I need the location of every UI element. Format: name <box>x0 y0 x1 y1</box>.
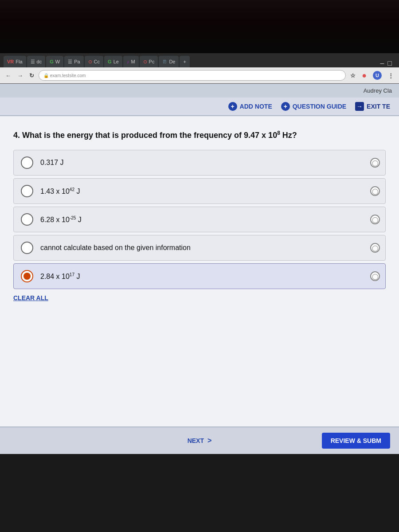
profile-btn[interactable]: U <box>371 70 383 81</box>
tab-m-icon: ♪ <box>127 59 129 64</box>
eliminate-icon-c: ◯ <box>372 216 379 223</box>
tab-pc[interactable]: ⊙ Pc <box>140 56 158 67</box>
tab-dc[interactable]: ☰ dc <box>27 56 46 67</box>
tab-pa[interactable]: ☰ Pa <box>64 56 83 67</box>
tab-pc-label: Pc <box>149 59 155 64</box>
eliminate-btn-d[interactable]: ◯ <box>370 243 380 253</box>
next-label: NEXT <box>188 437 204 444</box>
answer-option-d[interactable]: cannot calculate based on the given info… <box>13 235 386 261</box>
review-submit-button[interactable]: REVIEW & SUBM <box>322 433 390 449</box>
tab-add[interactable]: + <box>180 56 189 67</box>
browser-tabs: VR Fla ☰ dc G W ☰ Pa ⊙ Cc G Le ♪ M ⊙ Pc <box>0 53 399 67</box>
back-btn[interactable]: ← <box>4 71 13 80</box>
forward-btn[interactable]: → <box>16 71 25 80</box>
answer-text-d: cannot calculate based on the given info… <box>40 244 191 252</box>
star-btn[interactable]: ☆ <box>348 71 357 80</box>
answer-option-a[interactable]: 0.317 J ◯ <box>13 150 386 176</box>
menu-btn[interactable]: ⋮ <box>386 71 395 80</box>
next-icon[interactable]: > <box>207 437 211 445</box>
url-bar[interactable]: 🔒 exam.testsite.com <box>39 70 346 81</box>
main-content: 4. What is the energy that is produced f… <box>0 116 399 426</box>
add-note-label: ADD NOTE <box>240 103 272 110</box>
tab-dc-label: dc <box>37 59 42 64</box>
add-note-icon: + <box>228 102 237 111</box>
radio-c[interactable] <box>21 213 33 226</box>
app-header: Audrey Cla <box>0 84 399 98</box>
reload-btn[interactable]: ↻ <box>27 71 36 80</box>
tab-cc-icon: ⊙ <box>88 59 92 65</box>
tab-dc-icon: ☰ <box>31 59 35 65</box>
url-text: 🔒 exam.testsite.com <box>43 73 86 78</box>
tab-g-icon: G <box>50 59 54 64</box>
question-guide-button[interactable]: + QUESTION GUIDE <box>281 102 346 111</box>
tab-le-icon: G <box>108 59 112 64</box>
browser-controls: – □ <box>191 59 395 67</box>
radio-b[interactable] <box>21 185 33 197</box>
answer-option-e[interactable]: 2.84 x 1017 J ◯ <box>13 263 386 289</box>
action-bar: + ADD NOTE + QUESTION GUIDE → EXIT TE <box>0 98 399 116</box>
eliminate-icon-e: ◯ <box>372 273 379 280</box>
tab-m[interactable]: ♪ M <box>123 56 139 67</box>
tab-pc-icon: ⊙ <box>143 59 147 65</box>
top-photo-bar <box>0 0 399 53</box>
tab-cc-label: Cc <box>94 59 100 64</box>
tab-g[interactable]: G W <box>46 56 63 67</box>
tab-de[interactable]: 🖹 De <box>159 56 179 67</box>
clear-all-button[interactable]: CLEAR ALL <box>13 294 48 301</box>
tab-fl-icon: VR <box>7 59 14 64</box>
minimize-btn[interactable]: – <box>380 59 384 67</box>
radio-e[interactable] <box>21 270 33 282</box>
tab-le-label: Le <box>113 59 119 64</box>
answer-option-b[interactable]: 1.43 x 1042 J ◯ <box>13 178 386 204</box>
answer-text-b: 1.43 x 1042 J <box>40 187 80 196</box>
exit-test-icon: → <box>355 102 364 111</box>
answer-text-c: 6.28 x 10-25 J <box>40 215 82 224</box>
browser-toolbar: ← → ↻ 🔒 exam.testsite.com ☆ ● U ⋮ <box>0 67 399 83</box>
next-area: NEXT > <box>188 437 212 445</box>
profile-icon: U <box>373 71 382 80</box>
review-area: REVIEW & SUBM <box>211 433 390 449</box>
browser-chrome: VR Fla ☰ dc G W ☰ Pa ⊙ Cc G Le ♪ M ⊙ Pc <box>0 53 399 84</box>
eliminate-btn-a[interactable]: ◯ <box>370 158 380 168</box>
tab-de-icon: 🖹 <box>162 59 167 64</box>
question-guide-label: QUESTION GUIDE <box>293 103 346 110</box>
radio-a[interactable] <box>21 156 33 169</box>
radio-d[interactable] <box>21 242 33 254</box>
eliminate-icon-a: ◯ <box>372 160 379 166</box>
add-note-button[interactable]: + ADD NOTE <box>228 102 272 111</box>
answer-text-a: 0.317 J <box>40 159 63 167</box>
tab-le[interactable]: G Le <box>104 56 122 67</box>
question-guide-icon: + <box>281 102 290 111</box>
tab-pa-icon: ☰ <box>68 59 72 65</box>
tab-g-label: W <box>55 59 60 64</box>
answer-option-c[interactable]: 6.28 x 10-25 J ◯ <box>13 207 386 232</box>
tab-pa-label: Pa <box>74 59 80 64</box>
user-name: Audrey Cla <box>364 87 392 94</box>
tab-de-label: De <box>169 59 175 64</box>
question-body: What is the energy that is produced from… <box>22 131 297 140</box>
tab-cc[interactable]: ⊙ Cc <box>85 56 103 67</box>
radio-e-inner <box>23 273 31 280</box>
exit-test-label: EXIT TE <box>367 103 390 110</box>
maximize-btn[interactable]: □ <box>387 59 392 67</box>
question-text: 4. What is the energy that is produced f… <box>13 129 386 141</box>
eliminate-btn-b[interactable]: ◯ <box>370 186 380 196</box>
bottom-nav: NEXT > REVIEW & SUBM <box>0 426 399 454</box>
eliminate-btn-e[interactable]: ◯ <box>370 271 380 281</box>
question-number: 4. <box>13 131 22 140</box>
exit-test-button[interactable]: → EXIT TE <box>355 102 390 111</box>
eliminate-icon-b: ◯ <box>372 188 379 195</box>
tab-fl[interactable]: VR Fla <box>4 56 26 67</box>
tab-add-icon: + <box>183 59 186 64</box>
extensions-btn[interactable]: ● <box>360 70 368 81</box>
eliminate-btn-c[interactable]: ◯ <box>370 215 380 224</box>
answer-text-e: 2.84 x 1017 J <box>40 272 80 281</box>
eliminate-icon-d: ◯ <box>372 245 379 251</box>
tab-m-label: M <box>131 59 135 64</box>
tab-fl-label: Fla <box>16 59 22 64</box>
